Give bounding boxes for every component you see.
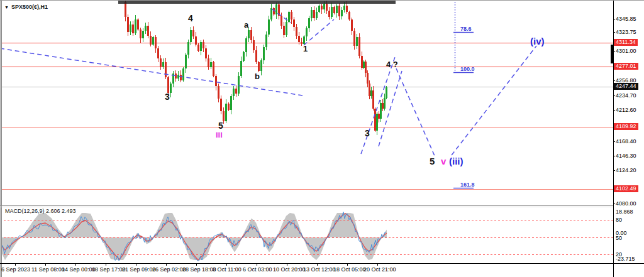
candle xyxy=(336,6,338,13)
candle xyxy=(306,28,308,36)
macd-indicator-label: MACD(12,26,9) 2.606 2.493 xyxy=(5,208,76,214)
time-axis-tick xyxy=(15,263,16,266)
candle xyxy=(326,4,328,11)
price-level-badge: 4102.49 xyxy=(614,185,638,192)
time-axis-tick xyxy=(166,263,167,266)
candle xyxy=(372,90,374,109)
price-pane-canvas[interactable] xyxy=(0,1,613,205)
time-axis-label: 6 Sep 2023 xyxy=(1,266,30,273)
wave-label[interactable]: 3 xyxy=(165,92,170,101)
price-level-badge: 4277.01 xyxy=(614,63,638,70)
candle xyxy=(253,40,255,50)
candle xyxy=(260,60,262,71)
candle xyxy=(378,114,380,119)
symbol-title[interactable]: ▼ SPX500(€),H1 xyxy=(4,4,48,10)
candle xyxy=(170,84,172,93)
wave-label[interactable]: 4 ? xyxy=(386,60,398,68)
candle xyxy=(127,17,129,32)
candle xyxy=(223,111,225,121)
wave-label[interactable]: v xyxy=(441,156,446,166)
candle xyxy=(240,61,242,76)
time-axis-tick xyxy=(377,263,378,266)
time-axis-tick xyxy=(196,263,197,266)
candle xyxy=(358,37,360,56)
candle xyxy=(386,87,387,98)
fib-level-label[interactable]: 78.6 xyxy=(460,26,472,32)
candle xyxy=(286,22,287,35)
time-axis-tick xyxy=(136,263,136,266)
candle xyxy=(323,4,325,9)
macd-pane-canvas[interactable] xyxy=(0,207,613,263)
candle xyxy=(248,30,250,38)
time-axis-label: 6 Oct 03:00 xyxy=(243,266,272,273)
candle xyxy=(155,37,157,48)
time-axis-label: 26 Sep 02:00 xyxy=(152,266,186,273)
time-axis-label: 14 Sep 00:00 xyxy=(62,266,96,273)
time-axis-tick xyxy=(347,263,348,266)
wave-label[interactable]: iii xyxy=(216,131,223,139)
wave-label[interactable]: (iv) xyxy=(530,36,545,46)
price-axis-tick xyxy=(613,156,615,156)
candle xyxy=(361,56,363,68)
price-axis-label: 4212.60 xyxy=(616,107,636,113)
candle xyxy=(384,98,386,109)
pane-separator[interactable] xyxy=(0,205,613,206)
candle xyxy=(356,37,358,46)
wave-label[interactable]: a xyxy=(244,21,248,29)
candle xyxy=(258,62,260,71)
candle xyxy=(318,6,320,12)
candle xyxy=(293,19,295,27)
candle xyxy=(343,6,345,10)
time-axis-tick xyxy=(317,263,318,266)
candle xyxy=(243,52,245,61)
time-axis-tick xyxy=(226,263,227,266)
macd-axis-label: -23.715 xyxy=(616,256,635,262)
wave-label[interactable]: 5 xyxy=(218,121,223,130)
time-axis-label: 11 Sep 08:00 xyxy=(31,266,65,273)
chevron-down-icon[interactable]: ▼ xyxy=(4,5,9,9)
candle xyxy=(180,75,182,80)
candle xyxy=(130,24,131,32)
candle xyxy=(145,26,147,31)
candle xyxy=(270,8,272,19)
price-axis-label: 4301.00 xyxy=(616,48,636,54)
wave-label[interactable]: 3 xyxy=(365,129,370,138)
candle xyxy=(245,38,247,52)
candle xyxy=(205,48,207,58)
fib-range-marker xyxy=(611,45,613,63)
price-axis-label: 4080.00 xyxy=(616,200,636,207)
candle xyxy=(321,6,323,9)
fib-level-label[interactable]: 100.0 xyxy=(460,67,475,72)
candle xyxy=(200,42,202,51)
time-axis-label: 28 Sep 18:00 xyxy=(182,266,216,273)
candle xyxy=(346,6,348,12)
candle xyxy=(238,76,240,94)
macd-axis-label: 50 xyxy=(616,235,622,241)
wave-label[interactable]: 5 xyxy=(430,156,435,166)
candle xyxy=(210,62,212,67)
candle xyxy=(369,84,370,96)
fib-level-label[interactable]: 161.8 xyxy=(460,182,475,188)
wave-label[interactable]: b xyxy=(255,72,260,80)
candle xyxy=(338,6,340,16)
wave-label[interactable]: (iii) xyxy=(449,156,464,166)
wave-label[interactable]: 4 xyxy=(188,14,193,23)
candle xyxy=(331,7,333,17)
candle xyxy=(311,10,313,18)
candle xyxy=(125,2,126,17)
time-axis-tick xyxy=(45,263,46,266)
price-axis-label: 4234.70 xyxy=(616,92,636,99)
price-level-badge: 4189.92 xyxy=(614,123,638,130)
macd-axis-label: 80 xyxy=(616,217,622,223)
wave-label[interactable]: 1 xyxy=(303,45,308,53)
candle xyxy=(147,26,149,36)
candle xyxy=(268,19,270,35)
trendline[interactable] xyxy=(396,68,435,156)
candle xyxy=(376,114,378,131)
candle xyxy=(167,77,169,93)
candle xyxy=(208,58,209,67)
trendline[interactable] xyxy=(452,46,536,155)
candle xyxy=(228,104,230,110)
price-axis-tick xyxy=(613,204,615,204)
candle xyxy=(351,19,353,31)
